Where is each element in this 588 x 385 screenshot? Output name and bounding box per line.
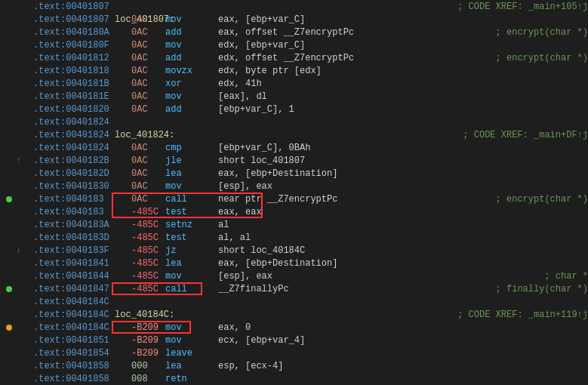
operands-l17: eax, eax xyxy=(218,207,588,217)
address-l11: .text:00401824 loc_401824: xyxy=(33,130,131,140)
disasm-line-l22: .text:00401844-485Cmov[esp], eax; char * xyxy=(0,270,588,282)
bytes-l15: 0AC xyxy=(131,181,165,192)
address-l25: .text:0040184C loc_40184C: xyxy=(33,310,131,320)
bytes-l30: 008 xyxy=(131,374,165,384)
gutter-l26 xyxy=(2,325,17,331)
address-l17: .text:0040183 xyxy=(33,207,131,217)
breakpoint-dot[interactable] xyxy=(6,325,12,331)
bytes-l20: -485C xyxy=(131,245,165,256)
mnemonic-l28: leave xyxy=(165,348,218,359)
address-l29: .text:00401858 xyxy=(33,361,131,371)
breakpoint-dot[interactable] xyxy=(6,286,12,292)
disasm-line-l30: .text:00401858008retn xyxy=(0,372,588,385)
operands-l9: [ebp+var_C], 1 xyxy=(218,104,588,115)
mnemonic-l23: call xyxy=(165,284,218,294)
operands-l12: [ebp+var_C], 0BAh xyxy=(218,143,588,153)
bytes-l22: -485C xyxy=(131,271,165,282)
address-l14: .text:0040182D xyxy=(33,168,131,179)
disasm-line-l29: .text:00401858000leaesp, [ecx-4] xyxy=(0,359,588,372)
operands-l16: near ptr __Z7encryptPc xyxy=(218,194,490,205)
operands-l21: eax, [ebp+Destination] xyxy=(218,258,588,269)
operands-l20: short loc_40184C xyxy=(218,245,588,256)
disasm-line-l21: .text:00401841-485Cleaeax, [ebp+Destinat… xyxy=(0,257,588,270)
operands-l23: __Z7finallyPc xyxy=(218,284,490,294)
bytes-l28: -B209 xyxy=(131,348,165,359)
mnemonic-l2: mov xyxy=(165,14,218,25)
address-l7: .text:0040181B xyxy=(33,79,131,89)
disasm-line-l6: .text:004018180ACmovzxedx, byte ptr [edx… xyxy=(0,64,588,77)
disasm-line-l8: .text:0040181E0ACmov[eax], dl xyxy=(0,90,588,103)
mnemonic-l20: jz xyxy=(165,245,218,256)
address-l21: .text:00401841 xyxy=(33,258,131,269)
address-l18: .text:0040183A xyxy=(33,220,131,230)
comment-l25: ; CODE XREF: _main+119↑j xyxy=(457,310,588,320)
bytes-l21: -485C xyxy=(131,258,165,269)
mnemonic-l8: mov xyxy=(165,91,218,102)
disasm-line-l7: .text:0040181B0ACxoredx, 41h xyxy=(0,77,588,90)
mnemonic-l14: lea xyxy=(165,168,218,179)
address-l15: .text:00401830 xyxy=(33,181,131,192)
address-l12: .text:00401824 xyxy=(33,143,131,153)
breakpoint-dot[interactable] xyxy=(6,196,12,202)
bytes-l4: 0AC xyxy=(131,40,165,51)
disasm-line-l15: .text:004018300ACmov[esp], eax xyxy=(0,180,588,192)
disasm-line-l24: .text:0040184C xyxy=(0,295,588,308)
mnemonic-l15: mov xyxy=(165,181,218,192)
bytes-l18: -485C xyxy=(131,220,165,230)
disasm-line-l13: ↑.text:0040182B0ACjleshort loc_401807 xyxy=(0,154,588,167)
address-l8: .text:0040181E xyxy=(33,91,131,102)
address-l19: .text:0040183D xyxy=(33,233,131,243)
operands-l19: al, al xyxy=(218,233,588,243)
bytes-l16: 0AC xyxy=(131,194,165,205)
disasm-line-l16: .text:00401830ACcallnear ptr __Z7encrypt… xyxy=(0,192,588,205)
address-l26: .text:0040184C xyxy=(33,322,131,333)
comment-l1: ; CODE XREF: _main+105↑j xyxy=(457,2,588,12)
operands-l3: eax, offset __Z7encryptPc xyxy=(218,27,490,38)
mnemonic-l30: retn xyxy=(165,374,218,384)
operands-l29: esp, [ecx-4] xyxy=(218,361,588,371)
disasm-line-l12: .text:004018240ACcmp[ebp+var_C], 0BAh xyxy=(0,141,588,154)
disasm-line-l18: .text:0040183A-485Csetnzal xyxy=(0,218,588,231)
mnemonic-l16: call xyxy=(165,194,218,205)
mnemonic-l6: movzx xyxy=(165,66,218,76)
address-l24: .text:0040184C xyxy=(33,297,131,307)
bytes-l29: 000 xyxy=(131,361,165,371)
bytes-l17: -485C xyxy=(131,207,165,217)
disasm-line-l23: .text:00401847-485Ccall__Z7finallyPc; fi… xyxy=(0,282,588,295)
address-l1: .text:00401807 xyxy=(33,2,131,12)
bytes-l19: -485C xyxy=(131,233,165,243)
mnemonic-l21: lea xyxy=(165,258,218,269)
bytes-l7: 0AC xyxy=(131,79,165,89)
mnemonic-l18: setnz xyxy=(165,220,218,230)
bytes-l27: -B209 xyxy=(131,335,165,346)
operands-l6: edx, byte ptr [edx] xyxy=(218,66,588,76)
mnemonic-l17: test xyxy=(165,207,218,217)
operands-l15: [esp], eax xyxy=(218,181,588,192)
address-l22: .text:00401844 xyxy=(33,271,131,282)
address-l3: .text:0040180A xyxy=(33,27,131,38)
bytes-l5: 0AC xyxy=(131,53,165,63)
disasm-line-l4: .text:0040180F0ACmovedx, [ebp+var_C] xyxy=(0,38,588,51)
mnemonic-l27: mov xyxy=(165,335,218,346)
mnemonic-l9: add xyxy=(165,104,218,115)
bytes-l9: 0AC xyxy=(131,104,165,115)
gutter-l23 xyxy=(2,286,17,292)
operands-l5: edx, offset __Z7encryptPc xyxy=(218,53,490,63)
disasm-line-l10: .text:00401824 xyxy=(0,116,588,128)
address-l23: .text:00401847 xyxy=(33,284,131,294)
address-l30: .text:00401858 xyxy=(33,374,131,384)
address-l28: .text:00401854 xyxy=(33,348,131,359)
disasm-line-l17: .text:0040183-485Ctesteax, eax xyxy=(0,205,588,218)
address-l10: .text:00401824 xyxy=(33,117,131,128)
arrow-l20: ↓ xyxy=(17,246,33,254)
bytes-l6: 0AC xyxy=(131,66,165,76)
address-l6: .text:00401818 xyxy=(33,66,131,76)
operands-l27: ecx, [ebp+var_4] xyxy=(218,335,588,346)
comment-l3: ; encrypt(char *) xyxy=(496,27,588,38)
address-l9: .text:00401820 xyxy=(33,104,131,115)
disasm-line-l28: .text:00401854-B209leave xyxy=(0,346,588,359)
mnemonic-l3: add xyxy=(165,27,218,38)
comment-l16: ; encrypt(char *) xyxy=(496,194,588,205)
disasm-line-l19: .text:0040183D-485Ctestal, al xyxy=(0,231,588,244)
operands-l2: eax, [ebp+var_C] xyxy=(218,14,588,25)
